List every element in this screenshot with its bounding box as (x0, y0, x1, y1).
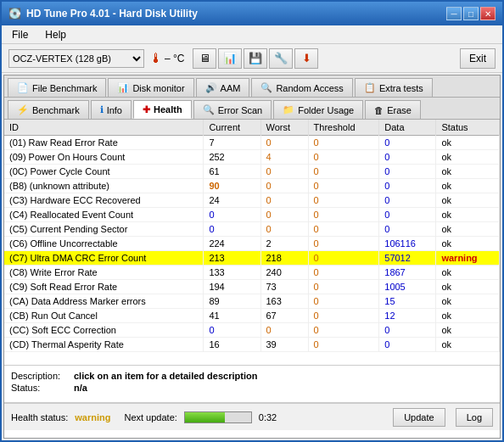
app-icon: 💽 (8, 8, 21, 20)
menu-bar: File Help (2, 25, 502, 44)
log-button[interactable]: Log (456, 408, 493, 427)
cell-worst: 163 (260, 294, 308, 309)
table-row[interactable]: (C5) Current Pending Sector 0 0 0 0 ok (4, 222, 500, 237)
toolbar-btn-5[interactable]: ⬇ (294, 48, 318, 69)
table-row[interactable]: (CA) Data Address Marker errors 89 163 0… (4, 294, 500, 309)
toolbar-btn-2[interactable]: 📊 (218, 48, 242, 69)
cell-current: 90 (204, 179, 260, 193)
col-threshold: Threshold (308, 120, 379, 136)
main-window: 💽 HD Tune Pro 4.01 - Hard Disk Utility ─… (0, 0, 504, 442)
cell-id: (C7) Ultra DMA CRC Error Count (4, 251, 204, 266)
menu-help[interactable]: Help (42, 28, 70, 42)
cell-worst: 2 (260, 237, 308, 251)
col-id: ID (4, 120, 204, 136)
tab-disk-monitor[interactable]: 📊 Disk monitor (108, 78, 193, 97)
cell-id: (0C) Power Cycle Count (4, 165, 204, 179)
close-button[interactable]: ✕ (480, 7, 496, 20)
cell-data: 0 (379, 179, 436, 193)
cell-status: ok (436, 294, 500, 309)
menu-file[interactable]: File (8, 28, 31, 42)
maximize-button[interactable]: □ (463, 7, 479, 20)
cell-worst: 39 (260, 338, 308, 352)
table-row[interactable]: (C7) Ultra DMA CRC Error Count 213 218 0… (4, 251, 500, 266)
table-row[interactable]: (C8) Write Error Rate 133 240 0 1867 ok (4, 266, 500, 280)
cell-data: 1867 (379, 266, 436, 280)
next-update-label: Next update: (124, 412, 176, 422)
cell-data: 12 (379, 309, 436, 323)
toolbar-btn-3[interactable]: 💾 (244, 48, 267, 69)
cell-threshold: 0 (308, 251, 379, 266)
table-row[interactable]: (09) Power On Hours Count 252 4 0 0 ok (4, 150, 500, 165)
cell-id: (C8) Write Error Rate (4, 266, 204, 280)
table-row[interactable]: (01) Raw Read Error Rate 7 0 0 0 ok (4, 136, 500, 150)
cell-status: ok (436, 309, 500, 323)
random-access-icon: 🔍 (260, 82, 272, 93)
cell-data: 0 (379, 193, 436, 208)
thermometer-icon: 🌡 (149, 51, 163, 66)
table-row[interactable]: (C3) Hardware ECC Recovered 24 0 0 0 ok (4, 193, 500, 208)
cell-data: 0 (379, 222, 436, 237)
tab-file-benchmark[interactable]: 📄 File Benchmark (8, 78, 106, 97)
exit-button[interactable]: Exit (460, 48, 496, 69)
cell-id: (CC) Soft ECC Correction (4, 323, 204, 338)
cell-data: 0 (379, 150, 436, 165)
temp-display: 🌡 – °C (149, 51, 184, 66)
tab-folder-usage[interactable]: 📁 Folder Usage (273, 100, 363, 119)
cell-threshold: 0 (308, 338, 379, 352)
drive-select[interactable]: OCZ-VERTEX (128 gB) (8, 49, 144, 68)
cell-threshold: 0 (308, 165, 379, 179)
update-button[interactable]: Update (393, 408, 445, 427)
tab-aam[interactable]: 🔊 AAM (196, 78, 250, 97)
cell-id: (C5) Current Pending Sector (4, 222, 204, 237)
toolbar-btn-4[interactable]: 🔧 (269, 48, 293, 69)
cell-worst: 0 (260, 136, 308, 150)
file-benchmark-icon: 📄 (17, 82, 29, 93)
status-bar: Health status: warning Next update: 0:32… (4, 403, 500, 430)
cell-status: ok (436, 208, 500, 222)
tab-info[interactable]: ℹ Info (91, 100, 132, 119)
table-row[interactable]: (C9) Soft Read Error Rate 194 73 0 1005 … (4, 280, 500, 294)
tab-benchmark[interactable]: ⚡ Benchmark (8, 100, 89, 119)
toolbar-btn-1[interactable]: 🖥 (193, 48, 216, 69)
status-label: Status: (11, 383, 70, 393)
title-bar: 💽 HD Tune Pro 4.01 - Hard Disk Utility ─… (2, 2, 502, 25)
desc-row-2: Status: n/a (11, 383, 493, 393)
cell-status: ok (436, 179, 500, 193)
minimize-button[interactable]: ─ (446, 7, 462, 20)
tab-error-scan[interactable]: 🔍 Error Scan (193, 100, 272, 119)
cell-worst: 4 (260, 150, 308, 165)
cell-status: ok (436, 165, 500, 179)
cell-status: ok (436, 222, 500, 237)
table-row[interactable]: (CD) Thermal Asperity Rate 16 39 0 0 ok (4, 338, 500, 352)
table-row[interactable]: (C6) Offline Uncorrectable 224 2 0 10611… (4, 237, 500, 251)
cell-id: (C6) Offline Uncorrectable (4, 237, 204, 251)
tab-random-access[interactable]: 🔍 Random Access (251, 78, 352, 97)
cell-worst: 0 (260, 193, 308, 208)
toolbar: OCZ-VERTEX (128 gB) 🌡 – °C 🖥 📊 💾 🔧 ⬇ Exi… (2, 44, 502, 73)
cell-worst: 73 (260, 280, 308, 294)
cell-current: 24 (204, 193, 260, 208)
extra-tests-icon: 📋 (364, 82, 376, 93)
table-row[interactable]: (CB) Run Out Cancel 41 67 0 12 ok (4, 309, 500, 323)
tab-health[interactable]: ✚ Health (133, 100, 192, 119)
cell-data: 0 (379, 165, 436, 179)
erase-icon: 🗑 (374, 105, 384, 115)
table-row[interactable]: (C4) Reallocated Event Count 0 0 0 0 ok (4, 208, 500, 222)
cell-worst: 0 (260, 179, 308, 193)
cell-threshold: 0 (308, 323, 379, 338)
cell-id: (CB) Run Out Cancel (4, 309, 204, 323)
tab-erase[interactable]: 🗑 Erase (365, 100, 421, 119)
desc-row-1: Description: click on an item for a deta… (11, 371, 493, 381)
title-controls: ─ □ ✕ (446, 7, 496, 20)
cell-data: 0 (379, 136, 436, 150)
table-row[interactable]: (B8) (unknown attribute) 90 0 0 0 ok (4, 179, 500, 193)
cell-current: 89 (204, 294, 260, 309)
table-row[interactable]: (CC) Soft ECC Correction 0 0 0 0 ok (4, 323, 500, 338)
cell-status: ok (436, 280, 500, 294)
table-row[interactable]: (0C) Power Cycle Count 61 0 0 0 ok (4, 165, 500, 179)
cell-id: (B8) (unknown attribute) (4, 179, 204, 193)
tab-extra-tests[interactable]: 📋 Extra tests (355, 78, 433, 97)
cell-id: (C3) Hardware ECC Recovered (4, 193, 204, 208)
health-table-container[interactable]: ID Current Worst Threshold Data Status (… (4, 120, 500, 366)
cell-threshold: 0 (308, 136, 379, 150)
